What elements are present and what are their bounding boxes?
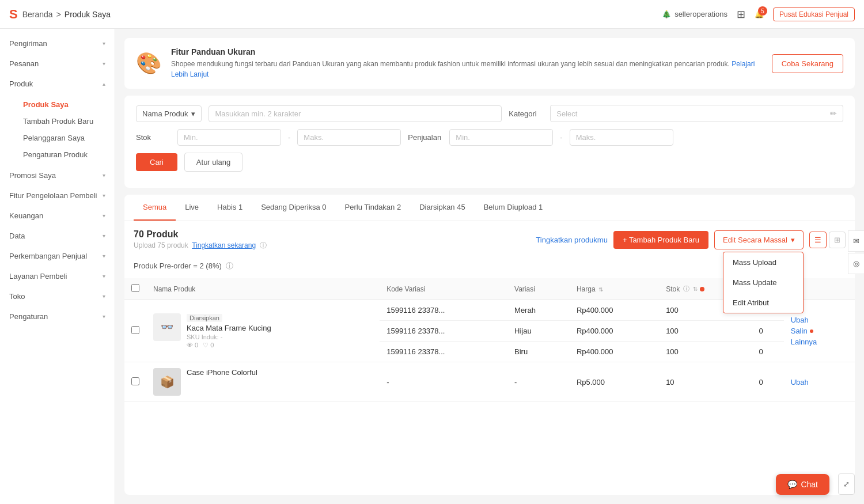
ring-icon-button[interactable]: ◎ xyxy=(848,253,864,274)
banner-title: Fitur Panduan Ukuran xyxy=(171,47,763,56)
top-nav-right: 🎄 selleroperations ⊞ 🔔 5 Pusat Edukasi P… xyxy=(662,7,855,21)
penjualan: 0 xyxy=(752,362,783,402)
sidebar-item-keuangan[interactable]: Keuangan ▾ xyxy=(0,206,115,226)
lainnya-button[interactable]: Lainnya xyxy=(791,338,848,346)
upgrade-link[interactable]: Tingkatkan sekarang xyxy=(192,241,256,249)
boost-button[interactable]: Tingkatkan produkmu xyxy=(536,236,608,244)
notification-bell[interactable]: 🔔 5 xyxy=(755,10,764,18)
sidebar-item-perkembangan[interactable]: Perkembangan Penjual ▾ xyxy=(0,246,115,266)
product-name[interactable]: Kaca Mata Frame Kucing xyxy=(187,324,271,332)
chat-button[interactable]: 💬 Chat xyxy=(776,474,829,495)
side-icons: ✉ ◎ xyxy=(848,230,864,274)
sidebar-sub-item-produk-saya[interactable]: Produk Saya xyxy=(14,96,115,113)
edit-massal-container: Edit Secara Massal ▾ Mass Upload Mass Up… xyxy=(714,230,804,249)
kode-variasi: - xyxy=(380,362,507,402)
penjualan-max-input[interactable] xyxy=(570,129,673,146)
sidebar-item-pengaturan[interactable]: Pengaturan ▾ xyxy=(0,306,115,327)
product-name[interactable]: Case iPhone Colorful xyxy=(187,368,257,377)
edu-center-button[interactable]: Pusat Edukasi Penjual xyxy=(773,7,855,21)
add-product-button[interactable]: + Tambah Produk Baru xyxy=(613,231,708,249)
tab-diarsipkan[interactable]: Diarsipkan 45 xyxy=(410,195,475,221)
grid-view-button[interactable]: ⊞ xyxy=(829,232,846,248)
edit-massal-button[interactable]: Edit Secara Massal ▾ xyxy=(714,230,804,249)
penjualan-dash: - xyxy=(560,133,562,142)
product-info: Diarsipkan Kaca Mata Frame Kucing SKU In… xyxy=(187,313,271,349)
kategori-select[interactable]: Select ✏ xyxy=(550,105,843,122)
kode-variasi: 1599116 23378... xyxy=(380,321,507,342)
edit-icon[interactable]: ✏ xyxy=(830,109,837,118)
sidebar-sub-item-pengaturan-produk[interactable]: Pengaturan Produk xyxy=(14,146,115,163)
chevron-down-icon: ▾ xyxy=(103,233,105,239)
reset-button[interactable]: Atur ulang xyxy=(184,153,242,172)
kode-variasi: 1599116 23378... xyxy=(380,300,507,321)
mass-upload-item[interactable]: Mass Upload xyxy=(723,252,803,272)
edit-massal-dropdown: Mass Upload Mass Update Edit Atribut xyxy=(723,252,804,313)
tab-habis[interactable]: Habis 1 xyxy=(208,195,252,221)
banner-description: Shopee mendukung fungsi terbaru dari Pan… xyxy=(171,59,763,79)
col-nama-produk: Nama Produk xyxy=(146,278,380,300)
sidebar-sub-item-pelanggaran[interactable]: Pelanggaran Saya xyxy=(14,130,115,146)
banner-text: Fitur Panduan Ukuran Shopee mendukung fu… xyxy=(171,47,763,79)
sidebar-item-fitur-pembeli[interactable]: Fitur Pengelolaan Pembeli ▾ xyxy=(0,185,115,206)
breadcrumb-home[interactable]: Beranda xyxy=(22,10,53,19)
tab-perlu-tindakan[interactable]: Perlu Tindakan 2 xyxy=(336,195,411,221)
tab-sedang-diperiksa[interactable]: Sedang Diperiksa 0 xyxy=(252,195,335,221)
sidebar-item-toko[interactable]: Toko ▾ xyxy=(0,286,115,306)
stok-label: Stok xyxy=(136,133,170,142)
salin-button[interactable]: Salin xyxy=(791,327,848,335)
sidebar-sub-item-tambah-produk[interactable]: Tambah Produk Baru xyxy=(14,113,115,130)
like-count: ♡ 0 xyxy=(203,342,214,349)
product-checkbox[interactable] xyxy=(131,377,139,385)
ubah-button[interactable]: Ubah xyxy=(791,378,848,386)
sidebar-item-pesanan[interactable]: Pesanan ▾ xyxy=(0,54,115,74)
product-checkbox[interactable] xyxy=(131,326,139,334)
ubah-button[interactable]: Ubah xyxy=(791,316,848,324)
sidebar-item-promosi[interactable]: Promosi Saya ▾ xyxy=(0,165,115,185)
filter-action-row: Cari Atur ulang xyxy=(136,153,843,172)
product-stats: 👁 0 ♡ 0 xyxy=(187,342,271,349)
stok-min-input[interactable] xyxy=(177,129,281,146)
penjualan: 0 xyxy=(752,342,783,362)
stok-dash: - xyxy=(288,133,290,142)
mass-update-item[interactable]: Mass Update xyxy=(723,272,803,293)
nav-user: 🎄 selleroperations xyxy=(662,10,727,18)
product-info: Case iPhone Colorful xyxy=(187,368,257,377)
sidebar-item-produk[interactable]: Produk ▴ xyxy=(0,74,115,94)
breadcrumb-separator: > xyxy=(56,10,61,19)
select-all-checkbox[interactable] xyxy=(131,284,139,292)
product-name-cell: 📦 Case iPhone Colorful xyxy=(146,362,380,402)
sidebar-item-layanan-pembeli[interactable]: Layanan Pembeli ▾ xyxy=(0,266,115,286)
filter-card: Nama Produk ▾ Kategori Select ✏ Stok - P… xyxy=(124,96,855,188)
product-badge: Diarsipkan xyxy=(187,314,222,322)
stok-max-input[interactable] xyxy=(297,129,401,146)
sidebar-item-pengiriman[interactable]: Pengiriman ▾ xyxy=(0,33,115,54)
tab-live[interactable]: Live xyxy=(176,195,208,221)
edit-atribut-item[interactable]: Edit Atribut xyxy=(723,293,803,313)
sidebar-item-data[interactable]: Data ▾ xyxy=(0,226,115,246)
list-view-button[interactable]: ☰ xyxy=(809,232,827,248)
tab-semua[interactable]: Semua xyxy=(134,195,176,221)
harga: Rp5.000 xyxy=(570,362,659,402)
filter-row-2: Stok - Penjualan - xyxy=(136,129,843,146)
chat-expand-button[interactable]: ⤢ xyxy=(838,473,855,495)
table-header-right: Tingkatkan produkmu + Tambah Produk Baru… xyxy=(536,230,846,249)
banner-cta-button[interactable]: Coba Sekarang xyxy=(772,54,843,73)
message-icon-button[interactable]: ✉ xyxy=(848,230,864,252)
filter-row-1: Nama Produk ▾ Kategori Select ✏ xyxy=(136,105,843,122)
chevron-down-icon: ▾ xyxy=(103,60,105,67)
filter-by-chevron-icon: ▾ xyxy=(191,109,195,118)
product-sku: SKU Induk: - xyxy=(187,334,271,340)
harga: Rp400.000 xyxy=(570,342,659,362)
view-toggle: ☰ ⊞ xyxy=(809,232,846,248)
product-name-cell: 👓 Diarsipkan Kaca Mata Frame Kucing SKU … xyxy=(146,300,380,362)
penjualan-min-input[interactable] xyxy=(449,129,553,146)
top-nav: S Beranda > Produk Saya 🎄 selleroperatio… xyxy=(0,0,864,29)
search-button[interactable]: Cari xyxy=(136,153,177,171)
filter-by-dropdown[interactable]: Nama Produk ▾ xyxy=(136,105,202,122)
size-guide-banner: 🎨 Fitur Panduan Ukuran Shopee mendukung … xyxy=(124,38,855,89)
grid-icon[interactable]: ⊞ xyxy=(737,8,745,21)
search-input[interactable] xyxy=(209,105,502,122)
pre-order-info-icon: ⓘ xyxy=(226,262,233,270)
tab-belum-diupload[interactable]: Belum Diupload 1 xyxy=(475,195,552,221)
main-content: 🎨 Fitur Panduan Ukuran Shopee mendukung … xyxy=(115,29,864,504)
